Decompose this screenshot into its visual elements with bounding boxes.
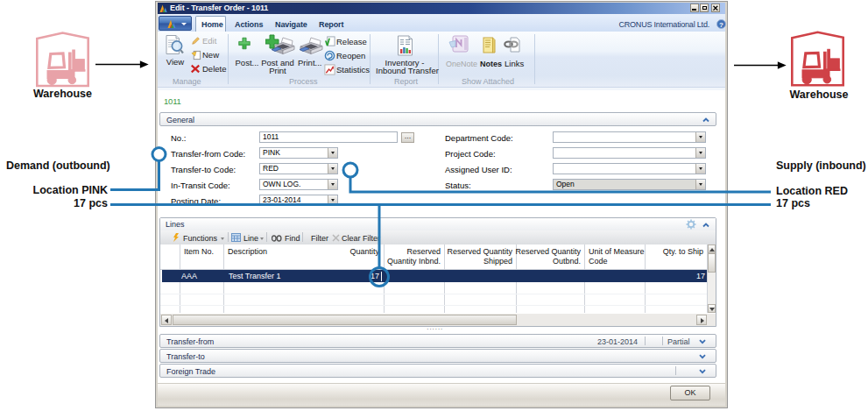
svg-text:?: ? [719,21,723,29]
